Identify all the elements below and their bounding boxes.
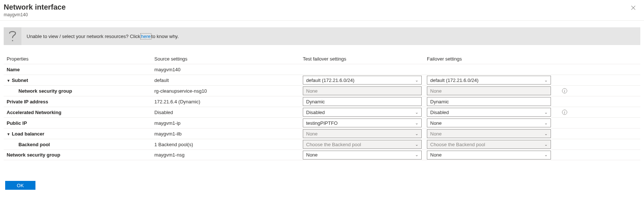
chevron-down-icon: ⌄ [415,110,418,115]
label-accel-net: Accelerated Networking [4,110,154,115]
chevron-down-icon: ⌄ [415,121,418,126]
page-subtitle: maygvm140 [4,12,640,17]
row-accel-net: Accelerated Networking Disabled Disabled… [4,107,640,117]
chevron-down-icon: ⌄ [544,152,548,157]
blade-header: Network interface maygvm140 [0,0,644,21]
fo-subnet-select[interactable]: default (172.21.6.0/24) ⌄ [427,76,551,85]
question-icon [4,27,21,45]
fo-accel-net-select[interactable]: Disabled ⌄ [427,108,551,117]
ok-button[interactable]: OK [5,181,35,190]
source-public-ip: maygvm1-ip [154,120,303,126]
column-headers: Properties Source settings Test failover… [4,56,640,64]
info-icon[interactable]: i [562,88,567,93]
chevron-down-icon: ⌄ [544,78,548,83]
label-name: Name [4,67,154,72]
col-source: Source settings [154,56,303,62]
label-lb: ▼Load balancer [4,131,154,137]
chevron-down-icon: ⌄ [544,110,548,115]
banner-text: Unable to view / select your network res… [21,27,179,45]
col-properties: Properties [4,56,154,62]
source-nsg: maygvm1-nsg [154,152,303,158]
chevron-down-icon: ⌄ [544,142,548,147]
chevron-down-icon: ⌄ [415,152,418,157]
svg-point-0 [12,40,13,41]
page-title: Network interface [4,3,640,11]
info-banner: Unable to view / select your network res… [4,27,640,45]
source-nsg-child: rg-cleanupservice-nsg10 [154,88,303,94]
row-subnet: ▼Subnet default default (172.21.6.0/24) … [4,75,640,85]
banner-link-here[interactable]: here [140,33,151,40]
expander-lb[interactable]: ▼ [7,132,10,136]
row-public-ip: Public IP maygvm1-ip testingPIPTFO ⌄ Non… [4,117,640,128]
row-name: Name maygvm140 [4,64,640,75]
source-subnet: default [154,78,303,83]
fo-private-ip-input[interactable]: Dynamic [427,97,551,106]
chevron-down-icon: ⌄ [415,78,418,83]
row-backend: Backend pool 1 Backend pool(s) Choose th… [4,139,640,150]
chevron-down-icon: ⌄ [415,131,418,136]
row-private-ip: Private IP address 172.21.6.4 (Dynamic) … [4,96,640,107]
col-failover: Failover settings [427,56,551,62]
tf-backend-select: Choose the Backend pool ⌄ [303,140,422,149]
tf-nsg-child-input: None [303,86,422,95]
col-test-failover: Test failover settings [303,56,427,62]
tf-nsg-select[interactable]: None ⌄ [303,151,422,159]
close-icon [631,5,636,11]
source-accel-net: Disabled [154,110,303,115]
label-private-ip: Private IP address [4,99,154,104]
source-private-ip: 172.21.6.4 (Dynamic) [154,99,303,104]
tf-public-ip-select[interactable]: testingPIPTFO ⌄ [303,119,422,127]
fo-lb-select: None ⌄ [427,129,551,138]
fo-public-ip-select[interactable]: None ⌄ [427,119,551,127]
source-lb: maygvm1-ilb [154,131,303,137]
row-nsg-child: Network security group rg-cleanupservice… [4,85,640,96]
info-icon[interactable]: i [562,110,567,115]
chevron-down-icon: ⌄ [544,131,548,136]
tf-accel-net-select[interactable]: Disabled ⌄ [303,108,422,117]
label-backend: Backend pool [4,142,154,147]
chevron-down-icon: ⌄ [544,121,548,126]
row-nsg: Network security group maygvm1-nsg None … [4,150,640,160]
fo-nsg-select[interactable]: None ⌄ [427,151,551,159]
tf-subnet-select[interactable]: default (172.21.6.0/24) ⌄ [303,76,422,85]
row-lb: ▼Load balancer maygvm1-ilb None ⌄ None ⌄ [4,128,640,139]
expander-subnet[interactable]: ▼ [7,79,10,83]
label-nsg: Network security group [4,152,154,158]
fo-backend-select: Choose the Backend pool ⌄ [427,140,551,149]
source-name: maygvm140 [154,67,303,72]
label-nsg-child: Network security group [4,88,154,94]
tf-private-ip-input[interactable]: Dynamic [303,97,422,106]
label-subnet: ▼Subnet [4,78,154,83]
source-backend: 1 Backend pool(s) [154,142,303,147]
tf-lb-select: None ⌄ [303,129,422,138]
fo-nsg-child-input: None [427,86,551,95]
close-button[interactable] [629,4,637,13]
chevron-down-icon: ⌄ [415,142,418,147]
label-public-ip: Public IP [4,120,154,126]
